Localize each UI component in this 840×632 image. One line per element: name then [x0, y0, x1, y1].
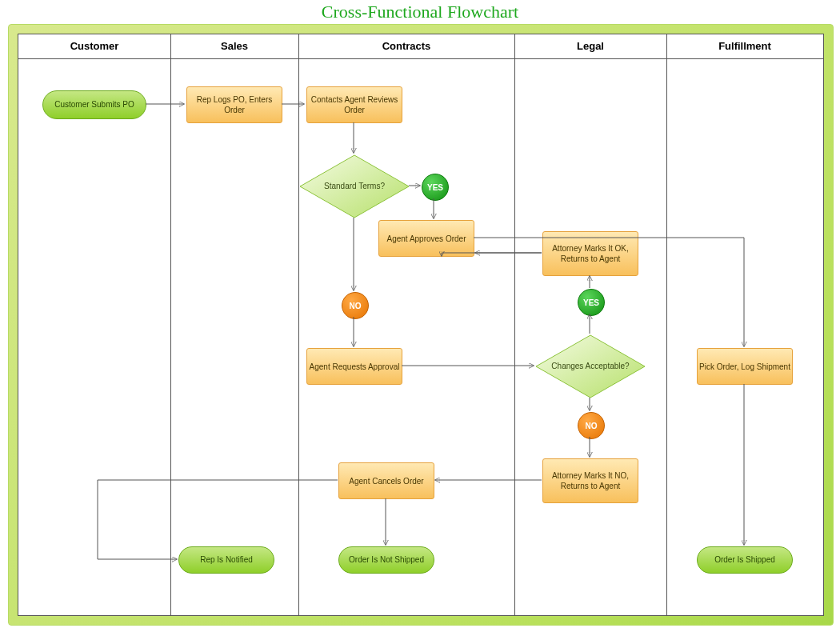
badge-yes-standard: YES [422, 174, 449, 201]
node-pick-order: Pick Order, Log Shipment [697, 348, 793, 385]
badge-no-changes: NO [578, 412, 605, 439]
node-rep-logs: Rep Logs PO, Enters Order [186, 86, 282, 123]
badge-no-standard: NO [342, 292, 369, 319]
lane-divider [170, 34, 171, 615]
lane-header-contracts: Contracts [298, 34, 514, 58]
node-rep-notified: Rep Is Notified [178, 546, 274, 574]
lane-divider [514, 34, 515, 615]
decision-label: Changes Acceptable? [551, 362, 629, 371]
node-standard-terms: Standard Terms? [299, 154, 410, 218]
node-order-shipped: Order Is Shipped [697, 546, 793, 574]
badge-yes-changes: YES [578, 289, 605, 316]
node-contacts-agent: Contacts Agent Reviews Order [306, 86, 402, 123]
decision-label: Standard Terms? [324, 182, 385, 191]
lane-header-customer: Customer [18, 34, 170, 58]
node-changes-acceptable: Changes Acceptable? [535, 334, 646, 398]
swimlane-grid: Customer Sales Contracts Legal Fulfillme… [18, 34, 824, 616]
lane-divider [666, 34, 667, 615]
node-agent-requests: Agent Requests Approval [306, 348, 402, 385]
diagram-title: Cross-Functional Flowchart [0, 2, 840, 22]
lane-header-sales: Sales [170, 34, 298, 58]
node-attorney-no: Attorney Marks It NO, Returns to Agent [542, 458, 638, 503]
node-customer-submits: Customer Submits PO [42, 90, 146, 119]
lane-header-fulfillment: Fulfillment [666, 34, 823, 58]
lane-divider [298, 34, 299, 615]
node-attorney-ok: Attorney Marks It OK, Returns to Agent [542, 231, 638, 276]
node-agent-cancels: Agent Cancels Order [338, 462, 434, 499]
node-agent-approves: Agent Approves Order [378, 220, 474, 257]
lane-header-legal: Legal [514, 34, 666, 58]
header-divider [18, 58, 823, 59]
node-order-not-shipped: Order Is Not Shipped [338, 546, 434, 574]
